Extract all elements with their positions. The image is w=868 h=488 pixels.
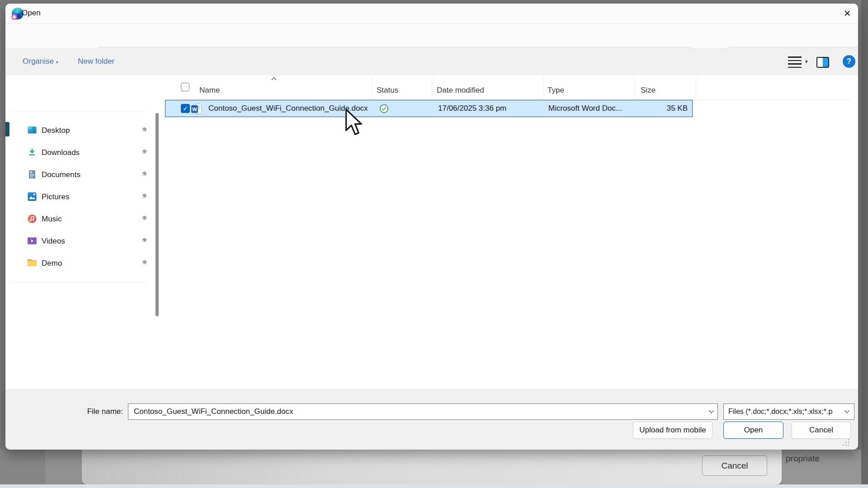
sidebar-item-label: Downloads	[42, 141, 80, 164]
desktop-icon	[27, 125, 37, 135]
organise-label: Organise	[23, 57, 54, 66]
new-folder-button[interactable]: New folder	[78, 48, 114, 75]
sidebar-item-documents[interactable]: Documents	[19, 164, 151, 186]
filter-dropdown-chevron-icon	[844, 410, 850, 414]
sidebar-item-label: Demo	[42, 252, 62, 274]
column-divider[interactable]	[635, 77, 635, 98]
word-document-icon: W	[191, 103, 203, 115]
background-accent-fragment	[5, 122, 9, 136]
sidebar-divider	[11, 112, 146, 112]
backdrop-dim-left-2	[45, 450, 82, 488]
sidebar-item-label: Desktop	[42, 119, 70, 141]
view-dropdown-icon[interactable]: ▾	[805, 48, 808, 75]
sidebar-item-label: Videos	[42, 230, 65, 252]
sync-status-icon	[379, 104, 389, 113]
help-button[interactable]: ?	[843, 55, 855, 68]
column-header-name[interactable]: Name	[199, 81, 220, 99]
column-header-size[interactable]: Size	[641, 81, 656, 99]
sidebar-item-videos[interactable]: Videos	[19, 230, 151, 252]
organise-dropdown-icon: ▾	[56, 60, 58, 65]
select-all-checkbox[interactable]	[181, 83, 189, 91]
sort-ascending-icon[interactable]	[271, 76, 277, 81]
sidebar-item-music[interactable]: Music	[19, 208, 151, 230]
column-divider[interactable]	[543, 77, 543, 98]
table-row-selected[interactable]: ✓ W Contoso_Guest_WiFi_Connection_Guide.…	[165, 100, 693, 117]
dialog-title: Open	[22, 9, 41, 18]
column-header-date-modified[interactable]: Date modified	[437, 81, 484, 99]
sidebar-item-desktop[interactable]: Desktop	[19, 119, 151, 141]
backdrop-bottom-strip	[0, 484, 868, 488]
title-bar: Open ×	[5, 4, 858, 24]
downloads-icon	[27, 147, 37, 157]
pictures-icon	[27, 192, 37, 202]
documents-icon	[27, 169, 37, 179]
row-checkbox-checked[interactable]: ✓	[181, 104, 190, 113]
file-name-label: File name:	[73, 404, 123, 420]
new-folder-label: New folder	[78, 57, 114, 66]
column-divider[interactable]	[696, 77, 696, 98]
organise-menu-button[interactable]: Organise ▾	[23, 48, 58, 75]
background-cancel-button[interactable]: Cancel	[702, 455, 767, 476]
file-name-dropdown-chevron-icon[interactable]	[708, 410, 714, 414]
pin-icon	[140, 215, 148, 222]
svg-text:W: W	[192, 107, 197, 112]
backdrop-dim-left	[0, 450, 45, 488]
sidebar-item-label: Pictures	[42, 186, 69, 208]
folder-icon	[27, 258, 37, 268]
background-window-edge	[861, 0, 868, 484]
file-type-cell: Microsoft Word Doc...	[548, 100, 622, 117]
preview-pane-icon[interactable]	[816, 57, 829, 68]
dialog-toolbar	[5, 48, 858, 75]
column-header-status[interactable]: Status	[377, 81, 398, 99]
sidebar-item-label: Documents	[42, 164, 80, 186]
date-modified-cell: 17/06/2025 3:36 pm	[438, 100, 506, 117]
pin-icon	[140, 237, 148, 244]
upload-from-mobile-button[interactable]: Upload from mobile	[633, 422, 712, 439]
file-type-filter-value: Files (*.doc;*.docx;*.xls;*.xlsx;*.p	[728, 404, 842, 419]
background-modal	[82, 450, 782, 484]
column-header-type[interactable]: Type	[547, 81, 564, 99]
column-divider[interactable]	[432, 77, 432, 98]
background-partial-text: propriate	[786, 454, 820, 464]
file-name-field[interactable]	[128, 404, 718, 420]
file-size-cell: 35 KB	[648, 100, 688, 117]
view-details-icon[interactable]	[788, 56, 802, 68]
file-type-filter-select[interactable]: Files (*.doc;*.docx;*.xls;*.xlsx;*.p	[723, 404, 854, 420]
pin-icon	[140, 148, 148, 156]
file-name-cell: Contoso_Guest_WiFi_Connection_Guide.docx	[208, 100, 368, 117]
open-button[interactable]: Open	[723, 422, 783, 439]
close-icon[interactable]: ×	[836, 4, 858, 24]
sidebar-item-demo[interactable]: Demo	[19, 252, 151, 274]
sidebar-scrollbar[interactable]	[156, 113, 159, 316]
column-divider[interactable]	[372, 77, 373, 98]
file-name-input[interactable]	[134, 404, 699, 419]
pin-icon	[140, 259, 148, 267]
music-icon	[27, 214, 37, 224]
sidebar-item-pictures[interactable]: Pictures	[19, 186, 151, 208]
pin-icon	[140, 170, 148, 178]
videos-icon	[27, 236, 37, 246]
sidebar-divider	[11, 282, 146, 282]
mouse-cursor	[344, 108, 363, 136]
navigation-bar: ← → ↑ › › Demo	[5, 24, 858, 48]
open-file-dialog: Open × ← → ↑ › › Demo	[5, 4, 858, 450]
sidebar-item-downloads[interactable]: Downloads	[19, 141, 151, 164]
resize-grip[interactable]	[842, 438, 850, 446]
pin-icon	[140, 126, 148, 134]
sidebar-item-label: Music	[42, 208, 61, 230]
cancel-button[interactable]: Cancel	[792, 422, 851, 439]
pin-icon	[140, 192, 148, 200]
